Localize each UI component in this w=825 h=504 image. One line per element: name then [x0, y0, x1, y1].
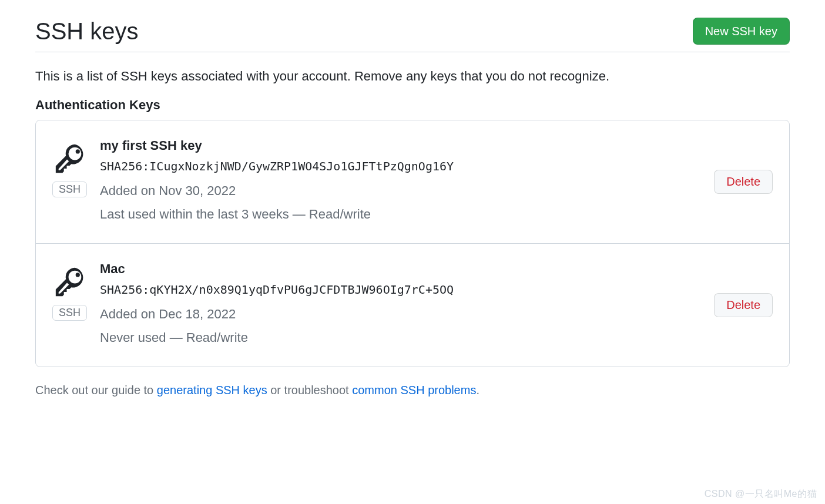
key-added-date: Added on Nov 30, 2022	[100, 179, 705, 203]
key-icon-column: SSH	[52, 261, 87, 321]
ssh-key-item: SSH my first SSH key SHA256:ICugxNozkjNW…	[36, 120, 789, 244]
page-header: SSH keys New SSH key	[35, 18, 790, 52]
key-icon-column: SSH	[52, 138, 87, 197]
key-fingerprint: SHA256:qKYH2X/n0x89Q1yqDfvPU6gJCFDTBJW96…	[100, 283, 705, 297]
delete-key-button[interactable]: Delete	[714, 293, 773, 317]
key-icon	[53, 265, 87, 299]
generating-ssh-keys-link[interactable]: generating SSH keys	[157, 384, 267, 397]
page-description: This is a list of SSH keys associated wi…	[35, 66, 790, 86]
key-usage: Last used within the last 3 weeks — Read…	[100, 203, 705, 226]
key-added-date: Added on Dec 18, 2022	[100, 303, 705, 326]
ssh-key-item: SSH Mac SHA256:qKYH2X/n0x89Q1yqDfvPU6gJC…	[36, 244, 789, 367]
footer-prefix: Check out our guide to	[35, 384, 157, 397]
key-fingerprint: SHA256:ICugxNozkjNWD/GywZRP1WO4SJo1GJFTt…	[100, 159, 705, 173]
ssh-badge: SSH	[52, 182, 87, 197]
key-name: my first SSH key	[100, 138, 705, 153]
new-ssh-key-button[interactable]: New SSH key	[693, 18, 790, 45]
key-details: my first SSH key SHA256:ICugxNozkjNWD/Gy…	[100, 138, 705, 226]
footer-guide: Check out our guide to generating SSH ke…	[35, 381, 790, 399]
page-title: SSH keys	[35, 18, 139, 45]
footer-middle: or troubleshoot	[267, 384, 353, 397]
key-name: Mac	[100, 261, 705, 277]
key-usage: Never used — Read/write	[100, 326, 705, 350]
ssh-badge: SSH	[52, 305, 87, 321]
common-ssh-problems-link[interactable]: common SSH problems	[352, 384, 476, 397]
footer-suffix: .	[476, 384, 479, 397]
section-heading: Authentication Keys	[35, 98, 790, 113]
ssh-keys-list: SSH my first SSH key SHA256:ICugxNozkjNW…	[35, 120, 790, 367]
delete-key-button[interactable]: Delete	[714, 170, 773, 194]
key-icon	[53, 142, 87, 176]
key-details: Mac SHA256:qKYH2X/n0x89Q1yqDfvPU6gJCFDTB…	[100, 261, 705, 349]
